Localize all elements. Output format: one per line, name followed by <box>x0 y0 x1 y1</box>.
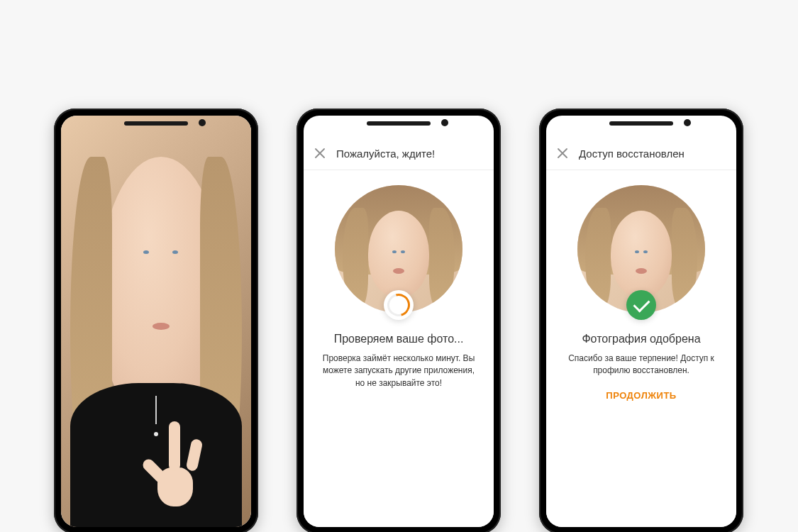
screen-content: Фотография одобрена Спасибо за ваше терп… <box>546 170 736 527</box>
avatar-container <box>577 185 705 313</box>
phone-screen-3: Доступ восстановлен <box>546 116 736 527</box>
phone-speaker <box>609 121 673 126</box>
status-subtext: Спасибо за ваше терпение! Доступ к профи… <box>560 353 722 377</box>
phone-mockup-2: Пожалуйста, ждите! <box>297 109 501 532</box>
eye-illustration <box>143 250 149 254</box>
app-bar-title: Пожалуйста, ждите! <box>336 148 435 160</box>
success-check-icon <box>626 290 656 320</box>
app-bar: Доступ восстановлен <box>546 137 736 170</box>
screen-content: Проверяем ваше фото... Проверка займёт н… <box>304 170 494 527</box>
eye-illustration <box>172 250 178 254</box>
close-icon[interactable] <box>312 145 328 161</box>
status-heading: Фотография одобрена <box>582 333 700 345</box>
spinner-loading-icon <box>384 290 414 320</box>
phone-speaker <box>124 121 188 126</box>
phone-camera-dot <box>199 119 206 126</box>
phone-mockup-3: Доступ восстановлен <box>539 109 743 532</box>
avatar-container <box>335 185 462 313</box>
status-heading: Проверяем ваше фото... <box>334 333 464 345</box>
phone-speaker <box>367 121 431 126</box>
app-bar-title: Доступ восстановлен <box>579 148 685 160</box>
phone-camera-dot <box>684 119 691 126</box>
finger-illustration <box>169 421 180 471</box>
phone-mockup-1 <box>54 109 258 532</box>
selfie-photo <box>61 116 251 527</box>
close-icon[interactable] <box>555 145 570 161</box>
phone-screen-2: Пожалуйста, ждите! <box>304 116 494 527</box>
lips-illustration <box>153 323 170 330</box>
app-bar: Пожалуйста, ждите! <box>304 137 494 170</box>
continue-button[interactable]: ПРОДОЛЖИТЬ <box>606 390 676 401</box>
phone-screen-1 <box>61 116 251 527</box>
phone-camera-dot <box>441 119 448 126</box>
status-subtext: Проверка займёт несколько минут. Вы може… <box>318 353 480 389</box>
finger-illustration <box>185 438 203 472</box>
hand-gesture-illustration <box>143 414 207 506</box>
stage: Пожалуйста, ждите! <box>0 0 798 532</box>
